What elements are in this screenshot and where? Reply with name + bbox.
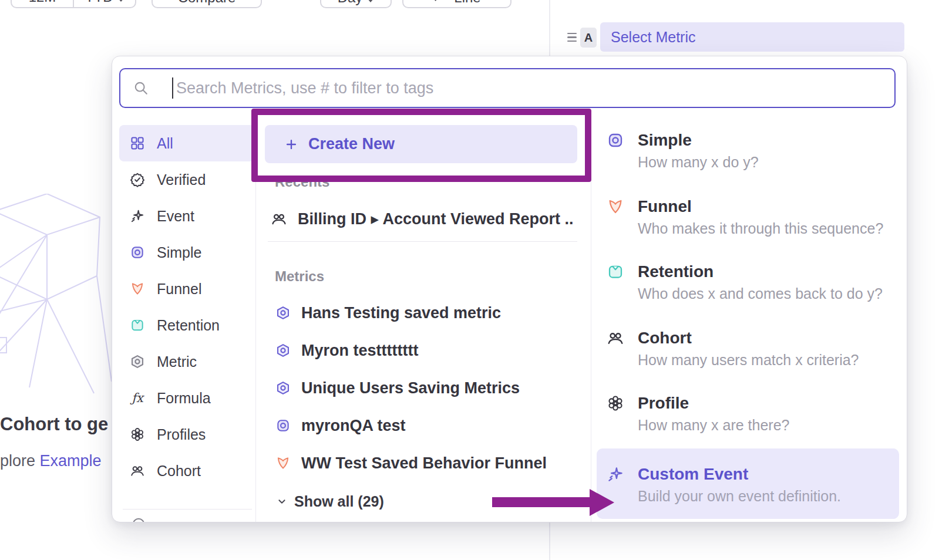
metric-type-description: Who does x and comes back to do y? [638,285,883,302]
category-funnel[interactable]: Funnel [119,271,255,307]
metric-type-funnel[interactable]: Funnel Who makes it through this sequenc… [597,196,899,237]
range-12m-label: 12M [29,0,56,5]
category-label: Event [157,208,194,225]
category-label: Metric [157,353,197,370]
cohort-people-icon [130,463,145,478]
funnel-icon [275,456,291,471]
event-spark-icon [130,208,145,224]
interval-day-button[interactable]: Day [320,0,392,8]
select-metric-button[interactable]: Select Metric [600,22,904,52]
category-label: Profiles [157,426,206,443]
profiles-flower-icon [130,427,145,442]
show-all-label: Show all (29) [294,493,384,510]
category-label: Formula [157,390,211,407]
metric-type-description: How many users match x criteria? [638,352,859,369]
metric-type-custom-event[interactable]: Custom Event Build your own event defini… [597,448,899,519]
compare-label: Compare [178,0,236,6]
day-label: Day [338,0,363,6]
section-divider [268,241,577,242]
partial-category-icon [131,517,255,522]
compare-button[interactable]: Compare [152,0,262,8]
metric-type-description: Build your own event definition. [638,488,841,505]
saved-metric-label: Unique Users Saving Metrics [301,379,520,397]
query-row-letter-badge: A [580,28,597,48]
metric-type-retention[interactable]: Retention Who does x and comes back to d… [597,261,899,302]
caret-down-icon [117,0,124,2]
simple-icon [275,418,291,433]
category-label: Retention [157,317,220,334]
saved-metric-item[interactable]: Unique Users Saving Metrics [275,372,520,404]
metric-type-description: Who makes it through this sequence? [638,220,883,237]
chart-type-line-button[interactable]: Line [402,0,511,8]
saved-metric-label: Myron testttttttt [301,342,418,360]
metric-hexagon-icon [275,343,291,358]
range-ytd-label: YTD [85,0,113,5]
category-retention[interactable]: Retention [119,307,255,343]
category-metric[interactable]: Metric [119,343,255,380]
range-12m-button[interactable]: 12M [12,0,73,7]
retention-icon [130,318,145,333]
category-formula[interactable]: ƒx Formula [119,380,255,416]
metric-type-title: Profile [638,393,789,414]
metric-picker-modal: All Verified Event Simple [112,56,907,522]
saved-metric-item[interactable]: Hans Testing saved metric [275,297,501,329]
category-event[interactable]: Event [119,198,255,234]
metric-type-title: Simple [638,130,759,151]
saved-metric-label: myronQA test [301,417,406,435]
create-new-label: Create New [308,135,395,153]
verified-badge-icon [130,172,145,187]
subline-text: plore [0,452,40,470]
grid-icon [130,136,145,151]
show-all-toggle[interactable]: Show all (29) [275,488,384,515]
metric-type-simple[interactable]: Simple How many x do y? [597,130,899,171]
metric-type-description: How many x do y? [638,154,759,171]
category-profiles[interactable]: Profiles [119,416,255,453]
metric-type-cohort[interactable]: Cohort How many users match x criteria? [597,328,899,369]
saved-metric-item[interactable]: myronQA test [275,410,406,441]
category-label: Cohort [157,463,201,480]
category-label: Verified [157,171,206,188]
category-simple[interactable]: Simple [119,234,255,271]
plus-icon [284,137,299,152]
range-ytd-button[interactable]: YTD [73,0,135,7]
metric-search-input[interactable] [176,79,894,97]
recents-heading: Recents [275,174,329,190]
simple-icon [130,245,145,260]
search-icon [133,80,149,96]
funnel-icon [607,198,624,215]
category-divider [123,509,252,510]
metric-search-box [119,68,896,108]
retention-icon [607,263,624,281]
category-verified[interactable]: Verified [119,161,255,198]
category-label: All [157,135,173,152]
column-divider [255,125,256,522]
saved-metric-label: WW Test Saved Behavior Funnel [301,454,547,473]
category-cohort[interactable]: Cohort [119,453,255,489]
metric-type-description: How many x are there? [638,417,789,434]
metric-type-profile[interactable]: Profile How many x are there? [597,393,899,434]
cohort-people-icon [607,329,624,347]
example-reports-link[interactable]: Example [40,452,102,470]
chevron-down-icon [275,495,288,508]
line-label: Line [454,0,480,6]
category-label: Funnel [157,281,201,298]
recent-item[interactable]: Billing ID ▸ Account Viewed Report ... [271,203,573,235]
create-new-button[interactable]: Create New [265,125,577,163]
caret-down-icon [367,0,374,2]
metric-type-title: Cohort [638,328,859,349]
recent-item-label: Billing ID ▸ Account Viewed Report ... [298,210,573,228]
metric-hexagon-icon [130,354,145,369]
column-divider [591,125,591,522]
funnel-icon [130,281,145,296]
metrics-report-page: Cohort to ge plore Example 12M YTD Compa… [0,0,949,560]
saved-metric-item[interactable]: Myron testttttttt [275,335,418,366]
category-all[interactable]: All [119,125,255,161]
empty-state-subline: plore Example [0,452,115,470]
cohort-people-icon [271,211,287,227]
metrics-heading: Metrics [275,268,324,285]
profiles-flower-icon [607,394,624,412]
saved-metric-item[interactable]: WW Test Saved Behavior Funnel [275,447,547,479]
metric-type-title: Custom Event [638,464,841,485]
metric-hexagon-icon [275,305,291,321]
drag-handle-icon[interactable] [567,33,577,42]
